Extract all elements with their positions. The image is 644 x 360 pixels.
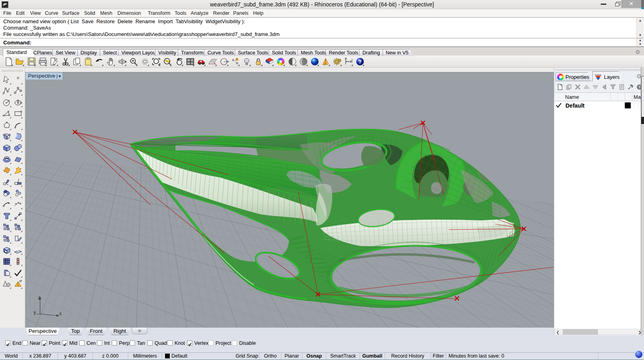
- svg-text:z: z: [38, 295, 40, 301]
- svg-text:x: x: [59, 311, 62, 316]
- svg-text:?: ?: [358, 59, 362, 65]
- svg-text:?: ?: [638, 85, 641, 89]
- svg-text:y: y: [34, 310, 36, 315]
